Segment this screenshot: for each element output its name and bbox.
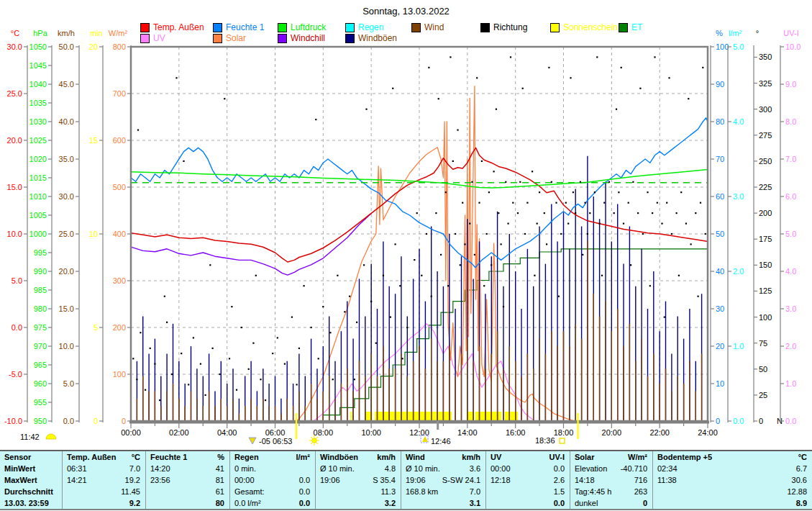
cell-value: 9.2 xyxy=(129,497,140,509)
legend-label: Feuchte 1 xyxy=(226,22,264,32)
table-cell: 0.0 xyxy=(486,497,570,509)
axis-label: 5.0 xyxy=(785,230,796,238)
axis-label: 10 xyxy=(89,230,98,238)
sunrise-sun-icon xyxy=(309,435,319,446)
axis-label: 5 xyxy=(93,323,98,332)
sensor-unit: °C xyxy=(798,451,807,463)
legend-label: UV xyxy=(153,33,165,43)
axis-label: 1.0 xyxy=(733,342,744,351)
axis-label: 225 xyxy=(759,183,772,191)
cell-label: 19:06 xyxy=(406,474,426,486)
axis-label: 50 xyxy=(716,230,724,238)
table-col-windboeen: Windböenkm/hØ 10 min.4.819:06S 35.411.33… xyxy=(315,451,401,509)
cell-value: 8.9 xyxy=(796,497,807,509)
axis-label: 3.0 xyxy=(785,304,796,313)
axis-label: 10 xyxy=(716,379,724,388)
legend-item-sonnenschein: Sonnenschein xyxy=(550,22,618,32)
axis-label: 70 xyxy=(716,155,724,163)
cell-label: 06:31 xyxy=(67,463,87,474)
cell-label: 0.0 l/m² xyxy=(234,497,261,509)
axis-label: 16:00 xyxy=(506,428,526,437)
feuchte-1-legend-swatch xyxy=(213,23,222,32)
axis-label: 14:00 xyxy=(457,428,478,437)
table-col-bodentemp: Bodentemp +5°C02:346.711:3830.612.888.9 xyxy=(652,451,812,509)
axis-label: 275 xyxy=(759,131,772,140)
series-sonnenschein xyxy=(350,412,518,420)
axis-label: 04:00 xyxy=(217,428,237,437)
weather-chart: °C30.025.020.015.010.05.00.0-5.0-10.0hPa… xyxy=(0,0,812,448)
axis-label: 1045 xyxy=(29,61,47,70)
cell-label: 14:18 xyxy=(575,474,595,486)
table-cell: Gesamt:0.0 xyxy=(230,486,315,497)
table-col-row-labels: SensorMinWertMaxWertDurchschnitt13.03. 2… xyxy=(0,451,62,509)
axis-label: 15.0 xyxy=(59,304,74,313)
axis-label: 965 xyxy=(34,361,47,369)
cell-value: S 35.4 xyxy=(373,474,396,486)
luftdruck-legend-swatch xyxy=(278,23,287,32)
axis-label: 18:00 xyxy=(554,428,574,437)
left-axis-C: °C30.025.020.015.010.05.00.0-5.0-10.0 xyxy=(4,29,27,425)
axis-label: 3.0 xyxy=(733,192,744,201)
cell-value: 11.3 xyxy=(380,486,396,497)
stats-table: SensorMinWertMaxWertDurchschnitt13.03. 2… xyxy=(0,450,812,510)
axis-label: 75 xyxy=(759,339,767,348)
axis-label: 955 xyxy=(34,398,47,407)
axis-label: 10:00 xyxy=(361,428,381,437)
axis-label: 250 xyxy=(759,157,772,166)
cell-label: 12:18 xyxy=(491,474,511,486)
cell-value: 3.1 xyxy=(470,497,480,509)
axis-label: 30.0 xyxy=(59,192,74,201)
right-axis-lm: l/m²5.04.03.02.01.00.0 xyxy=(728,29,744,425)
axis-label: 1040 xyxy=(29,80,47,89)
axis-label: 2.0 xyxy=(733,267,744,276)
legend-item-uv: UV xyxy=(140,33,165,43)
legend-item-et: ET xyxy=(619,22,642,32)
cell-value: 716 xyxy=(634,474,647,486)
cell-value: 7.0 xyxy=(470,486,480,497)
temp-aussen-legend-swatch xyxy=(140,23,150,32)
axis-label: 100 xyxy=(759,313,772,322)
table-cell: 80 xyxy=(146,497,229,509)
table-cell: 8.9 xyxy=(653,497,812,509)
axis-label: 10.0 xyxy=(59,342,74,351)
sensor-name: Solar xyxy=(575,451,595,463)
axis-label: 1025 xyxy=(29,136,47,145)
table-cell: 3.2 xyxy=(316,497,401,509)
table-cell: 61 xyxy=(146,486,229,497)
axis-label: 5.0 xyxy=(12,276,22,285)
sensor-unit: km/h xyxy=(377,451,396,463)
table-cell: 02:346.7 xyxy=(653,463,812,474)
table-cell: 14:2041 xyxy=(146,463,229,474)
table-cell: 9.2 xyxy=(63,497,145,509)
cell-label: 19:06 xyxy=(320,474,340,486)
cell-label: 02:34 xyxy=(657,463,678,474)
axis-label: 15 xyxy=(89,136,98,145)
sensor-unit: % xyxy=(217,451,224,463)
sensor-unit: W/m² xyxy=(628,451,647,463)
axis-label: 4.0 xyxy=(785,267,796,276)
sensor-unit: l/m² xyxy=(296,451,310,463)
x-axis-labels: 00:0002:0004:0006:0008:0010:0012:0014:00… xyxy=(121,423,718,437)
table-col-feuchte-1: Feuchte 1%14:204123:56816180 xyxy=(145,451,229,509)
legend-label: Luftdruck xyxy=(291,22,326,32)
table-cell: 0.0 l/m²0.0 xyxy=(230,497,315,509)
legend-item-windboeen: Windböen xyxy=(345,33,397,43)
table-cell: 11.3 xyxy=(316,486,401,497)
axis-label: 08:00 xyxy=(314,428,334,437)
right-axis-%: %1009080706050403020100 xyxy=(711,29,729,425)
legend-item-richtung: Richtung xyxy=(480,22,527,32)
axis-label: 25.0 xyxy=(7,89,22,98)
col-header-regen: Regenl/m² xyxy=(230,451,315,463)
page-title: Sonntag, 13.03.2022 xyxy=(0,6,812,17)
axis-label: 1030 xyxy=(29,117,47,126)
table-cell: 168.8 km7.0 xyxy=(401,486,485,497)
right-axis-UVI: UV-I10.09.08.07.06.05.04.03.02.01.00.0 xyxy=(780,29,800,425)
cell-value: 6.7 xyxy=(796,463,807,474)
cell-label: 00:00 xyxy=(234,474,255,486)
cell-value: -40.710 xyxy=(621,463,647,474)
solar-legend-swatch xyxy=(213,34,222,43)
legend-item-luftdruck: Luftdruck xyxy=(278,22,326,32)
axis-label: -10.0 xyxy=(4,417,22,425)
cell-value: 0 xyxy=(643,497,647,509)
axis-label: 970 xyxy=(34,342,47,351)
